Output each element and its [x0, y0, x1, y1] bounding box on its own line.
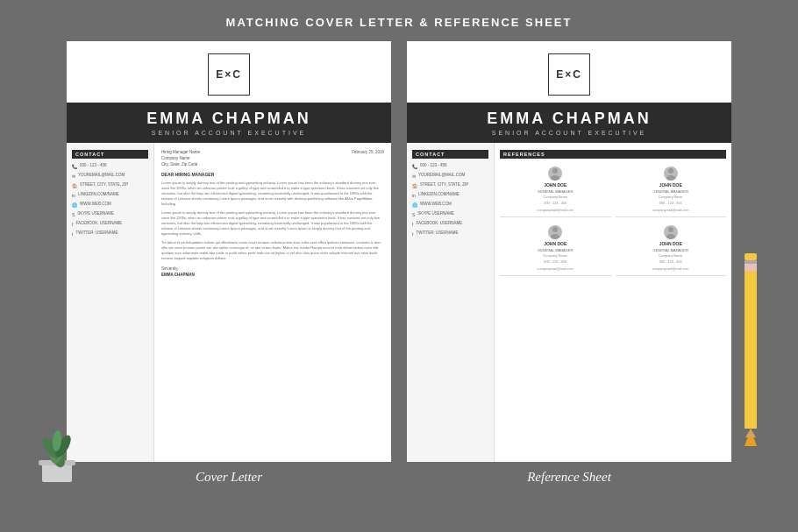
contact-facebook-ref: f FACEBOOK: USERNAME: [412, 221, 488, 227]
ref-phone-4: 000 - 123 - 456: [659, 260, 682, 265]
full-name-cover: EMMA CHAPMAN: [67, 110, 391, 128]
logo-cover: E×C: [208, 53, 250, 96]
contact-linkedin-cover: in LINKEDIN.COM/NAME: [72, 192, 148, 198]
cover-letter-label-text: Cover Letter: [196, 470, 262, 484]
ref-role-3: GENERAL MANAGER: [538, 248, 573, 252]
contact-facebook-cover: f FACEBOOK: USERNAME: [72, 221, 148, 227]
ref-phone-2: 000 - 123 - 456: [659, 202, 682, 206]
letter-meta: Hiring Manager Name Company Name City, S…: [161, 150, 384, 167]
letter-greeting: DEAR HIRING MANAGER: [161, 172, 384, 177]
ref-avatar-1: [548, 167, 562, 181]
facebook-icon-cover: f: [72, 222, 73, 227]
cover-letter-label: Cover Letter: [67, 469, 391, 485]
contact-web-cover: 🌐 WWW.WEB.COM: [72, 202, 148, 208]
svg-point-5: [551, 234, 559, 239]
name-banner-ref: EMMA CHAPMAN Senior Account Executive: [407, 103, 731, 143]
contact-web-ref: 🌐 WWW.WEB.COM: [412, 202, 488, 208]
ref-role-1: GENERAL MANAGER: [538, 189, 573, 194]
title-ref: Senior Account Executive: [407, 130, 731, 139]
doc-header-cover: E×C: [67, 41, 391, 103]
letter-closing: Sincerely,: [161, 266, 384, 271]
svg-point-7: [666, 234, 675, 239]
ref-section-title: REFERENCES: [500, 150, 726, 159]
ref-company-1: Company Name: [544, 195, 567, 200]
ref-company-4: Company Name: [659, 254, 682, 259]
twitter-icon-ref: t: [412, 231, 413, 237]
reference-label-text: Reference Sheet: [527, 470, 611, 484]
ref-avatar-3: [548, 225, 562, 239]
reference-label: Reference Sheet: [407, 469, 731, 485]
reference-sheet-document: E×C EMMA CHAPMAN Senior Account Executiv…: [407, 41, 731, 462]
web-icon-ref: 🌐: [412, 202, 417, 208]
ref-name-4: JOHN DOE: [659, 241, 682, 246]
ref-card-4: JOHN DOE GENERAL MANAGER Company Name 00…: [616, 222, 727, 276]
phone-icon-cover: 📞: [72, 164, 77, 169]
contact-twitter-cover: t TWITTER: USERNAME: [72, 231, 148, 237]
contact-title-ref: CONTACT: [412, 150, 488, 159]
full-name-ref: EMMA CHAPMAN: [407, 110, 731, 128]
ref-phone-1: 000 - 123 - 456: [544, 202, 566, 206]
svg-rect-18: [745, 260, 757, 264]
letter-date: February 25, 2016: [352, 150, 384, 167]
ref-phone-3: 000 - 123 - 456: [544, 260, 566, 265]
svg-point-6: [668, 227, 673, 232]
logo-ref: E×C: [548, 53, 590, 96]
contact-phone-ref: 📞 000 - 123 - 456: [412, 163, 488, 169]
ref-name-1: JOHN DOE: [544, 182, 566, 188]
contact-phone-cover: 📞 000 - 123 - 456: [72, 163, 148, 169]
ref-name-2: JOHN DOE: [659, 182, 682, 188]
svg-point-3: [666, 175, 675, 181]
svg-rect-19: [745, 253, 757, 260]
contact-skype-cover: S SKYPE USERNAME: [72, 211, 148, 217]
ref-card-2: JOHN DOE GENERAL MANAGER Company Name 00…: [616, 163, 727, 217]
ref-email-3: companymail@mail.com: [538, 267, 574, 272]
doc-body-ref: CONTACT 📞 000 - 123 - 456 ✉ YOUREMAIL@MA…: [407, 143, 731, 462]
references-content: REFERENCES JOHN DOE GENERAL MANAGER: [495, 143, 731, 462]
email-icon-ref: ✉: [412, 174, 416, 179]
phone-icon-ref: 📞: [412, 164, 417, 169]
address-icon-ref: 🏠: [412, 183, 417, 188]
letter-para-1: Lorem ipsum is simply dummy text of the …: [161, 181, 384, 207]
decorative-pencil: [743, 253, 759, 450]
ref-grid: JOHN DOE GENERAL MANAGER Company Name 00…: [500, 163, 726, 276]
name-banner-cover: EMMA CHAPMAN Senior Account Executive: [67, 103, 391, 143]
svg-point-1: [551, 175, 559, 181]
linkedin-icon-cover: in: [72, 193, 75, 198]
ref-name-3: JOHN DOE: [544, 241, 566, 246]
contact-email-ref: ✉ YOUREMAIL@MAIL.COM: [412, 173, 488, 179]
ref-role-2: GENERAL MANAGER: [653, 189, 688, 194]
cover-letter-document: E×C EMMA CHAPMAN Senior Account Executiv…: [67, 41, 391, 462]
contact-skype-ref: S SKYPE USERNAME: [412, 211, 488, 217]
twitter-icon-cover: t: [72, 231, 73, 237]
svg-point-0: [552, 168, 558, 174]
ref-avatar-2: [664, 167, 678, 181]
contact-twitter-ref: t TWITTER: USERNAME: [412, 231, 488, 237]
ref-avatar-4: [664, 225, 678, 239]
ref-email-4: companymail@mail.com: [652, 267, 688, 272]
decorative-plant: [26, 415, 88, 485]
skype-icon-cover: S: [72, 212, 75, 217]
email-icon-cover: ✉: [72, 174, 75, 179]
letter-recipient: Hiring Manager Name Company Name City, S…: [161, 150, 200, 167]
svg-rect-16: [745, 271, 757, 429]
letter-para-2: Lorem ipsum is simply dummy text of the …: [161, 210, 384, 237]
doc-body-cover: CONTACT 📞 000 - 123 - 456 ✉ YOUREMAIL@MA…: [67, 143, 391, 462]
letter-signature: EMMA CHAPMAN: [161, 273, 384, 277]
ref-role-4: GENERAL MANAGER: [653, 248, 688, 252]
letter-para-3: Tut tatum et pa doluptatem eolinie qui o…: [161, 240, 384, 261]
contact-address-cover: 🏠 STREET, CITY, STATE, ZIP: [72, 182, 148, 188]
title-cover: Senior Account Executive: [67, 130, 391, 139]
svg-point-4: [552, 227, 558, 232]
labels-row: Cover Letter Reference Sheet: [26, 469, 772, 485]
contact-title-cover: CONTACT: [72, 150, 148, 159]
ref-company-2: Company Name: [659, 195, 682, 200]
contact-email-cover: ✉ YOUREMAIL@MAIL.COM: [72, 173, 148, 179]
contact-linkedin-ref: in LINKEDIN.COM/NAME: [412, 192, 488, 198]
sidebar-ref: CONTACT 📞 000 - 123 - 456 ✉ YOUREMAIL@MA…: [407, 143, 495, 462]
ref-card-1: JOHN DOE GENERAL MANAGER Company Name 00…: [500, 163, 611, 217]
linkedin-icon-ref: in: [412, 193, 416, 198]
facebook-icon-ref: f: [412, 222, 413, 227]
skype-icon-ref: S: [412, 212, 415, 217]
page-title: Matching Cover Letter & Reference Sheet: [226, 16, 573, 29]
documents-row: E×C EMMA CHAPMAN Senior Account Executiv…: [26, 41, 772, 462]
